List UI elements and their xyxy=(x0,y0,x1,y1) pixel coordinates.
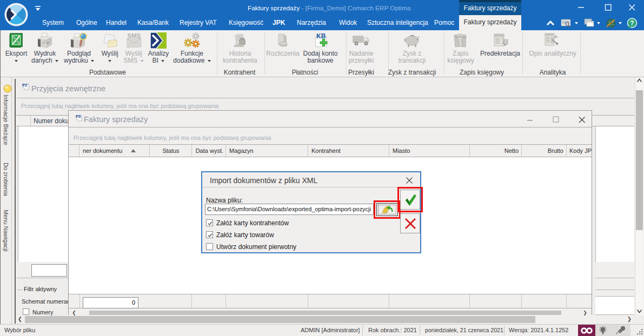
svg-text:KB: KB xyxy=(316,32,326,40)
svg-text:PZ: PZ xyxy=(22,83,28,88)
svg-text:SMS: SMS xyxy=(128,32,141,39)
svg-text:FS: FS xyxy=(76,114,81,119)
svg-text:?: ? xyxy=(630,19,634,27)
